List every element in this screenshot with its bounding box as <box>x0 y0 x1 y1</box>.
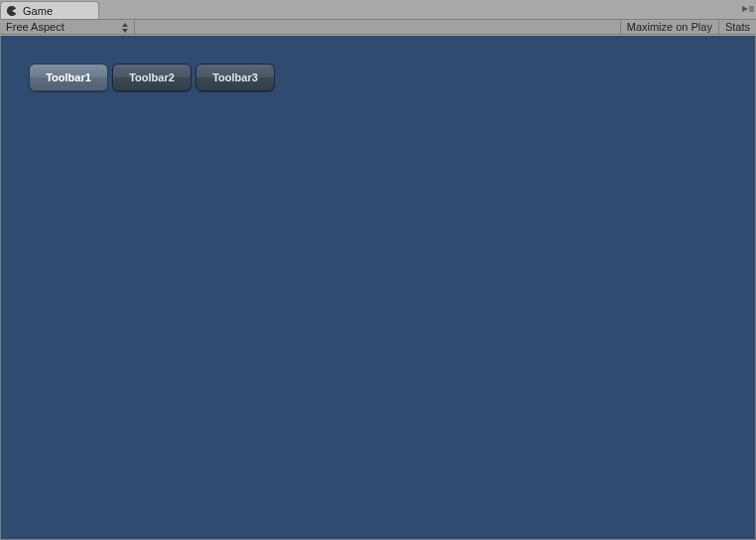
updown-arrows-icon <box>121 22 129 34</box>
toolbar-button-2-label: Toolbar2 <box>129 71 175 83</box>
control-bar-spacer <box>135 20 621 34</box>
toolbar-button-1-label: Toolbar1 <box>46 71 91 83</box>
maximize-label: Maximize on Play <box>627 21 712 33</box>
game-viewport: Toolbar1 Toolbar2 Toolbar3 <box>0 36 756 540</box>
gui-toolbar: Toolbar1 Toolbar2 Toolbar3 <box>29 64 275 91</box>
control-bar: Free Aspect Maximize on Play Stats <box>0 19 756 35</box>
toolbar-button-3-label: Toolbar3 <box>212 71 258 83</box>
pacman-icon <box>7 6 17 16</box>
svg-marker-0 <box>742 6 748 12</box>
stats-toggle[interactable]: Stats <box>719 20 756 34</box>
aspect-dropdown[interactable]: Free Aspect <box>0 20 135 34</box>
tab-label: Game <box>23 5 53 17</box>
tab-bar: Game <box>0 0 756 19</box>
toolbar-button-2[interactable]: Toolbar2 <box>112 64 191 91</box>
toolbar-button-3[interactable]: Toolbar3 <box>195 64 275 91</box>
aspect-label: Free Aspect <box>6 21 64 33</box>
svg-marker-4 <box>122 23 128 27</box>
maximize-on-play-toggle[interactable]: Maximize on Play <box>621 20 719 34</box>
stats-label: Stats <box>725 21 750 33</box>
tab-game[interactable]: Game <box>0 1 99 19</box>
panel-menu-icon[interactable] <box>742 6 754 14</box>
svg-marker-5 <box>122 29 128 33</box>
toolbar-button-1[interactable]: Toolbar1 <box>29 64 108 91</box>
